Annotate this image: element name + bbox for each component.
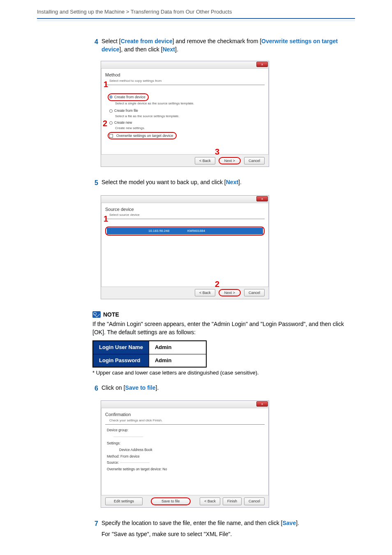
radio-create-new[interactable] (109, 121, 113, 125)
dialog-heading: Method (105, 72, 265, 78)
dialog-titlebar: x (101, 61, 269, 69)
confirmation-line: Source: ──────────── (105, 460, 265, 466)
confirmation-dialog: x Confirmation Check your settings and c… (101, 400, 269, 508)
checkbox-overwrite[interactable] (109, 134, 113, 138)
confirmation-line: Device Address Book (105, 447, 265, 453)
win-close-icon[interactable]: x (256, 401, 268, 407)
divider (37, 18, 355, 19)
annotation-1: 1 (104, 215, 108, 223)
win-close-icon[interactable]: x (256, 62, 268, 67)
confirmation-line: Device group: (105, 427, 265, 434)
dialog-titlebar: x (101, 196, 269, 203)
login-defaults-table: Login User Name Admin Login Password Adm… (92, 340, 207, 367)
step-number: 6 (92, 384, 98, 393)
device-table: 10.183.50.248 KM5601884 (107, 228, 263, 234)
save-to-file-button[interactable]: Save to file (151, 497, 191, 505)
table-cell: Admin (149, 341, 206, 354)
back-button[interactable]: < Back (195, 289, 215, 297)
annotation-2: 2 (103, 119, 107, 127)
note-icon (92, 311, 101, 318)
finish-button[interactable]: Finish (223, 497, 242, 505)
back-button[interactable]: < Back (195, 157, 215, 165)
annotation-ring: Overwrite settings on target device (108, 132, 177, 140)
next-button[interactable]: Next > (219, 157, 241, 165)
radio-label: Create from device (114, 95, 145, 100)
confirmation-line: Settings: (105, 440, 265, 447)
step-number: 4 (92, 37, 98, 53)
annotation-ring: 10.183.50.248 KM5601884 (105, 227, 265, 235)
table-header: Login User Name (93, 341, 149, 354)
annotation-2: 2 (215, 280, 219, 288)
step-number: 5 (92, 178, 98, 187)
annotation-3: 3 (215, 148, 219, 156)
note-label: NOTE (103, 311, 119, 319)
source-device-dialog: x Source device Select source device 1 1… (101, 195, 269, 299)
dialog-subheading: Check your settings and click Finish. (105, 418, 265, 423)
radio-create-from-file[interactable] (109, 109, 113, 113)
method-dialog: x Method Select method to copy settings … (101, 61, 269, 167)
dialog-heading: Confirmation (105, 412, 265, 418)
dialog-subheading: Select source device (105, 213, 265, 217)
annotation-1: 1 (104, 80, 108, 88)
device-row-selected[interactable]: 10.183.50.248 KM5601884 (107, 228, 263, 234)
confirmation-line: ──────────── (105, 434, 265, 440)
cancel-button[interactable]: Cancel (244, 157, 265, 165)
divider (37, 21, 355, 21)
win-close-icon[interactable]: x (256, 196, 268, 201)
radio-create-from-device[interactable] (109, 95, 113, 99)
next-button[interactable]: Next > (219, 289, 241, 297)
radio-description: Select a single device as the source set… (105, 101, 265, 106)
cancel-button[interactable]: Cancel (244, 289, 265, 297)
dialog-titlebar: x (101, 401, 269, 408)
table-cell: Admin (149, 354, 206, 367)
cancel-button[interactable]: Cancel (244, 497, 265, 505)
confirmation-line: Overwrite settings on target device: No (105, 466, 265, 473)
step-text: Select [Create from device] and remove t… (101, 37, 355, 53)
breadcrumb: Installing and Setting up the Machine > … (37, 8, 355, 18)
back-button[interactable]: < Back (200, 497, 220, 505)
radio-description: Create new settings. (105, 126, 265, 130)
step-number: 7 (92, 519, 98, 528)
note-text: If the "Admin Login" screen appears, ent… (92, 320, 355, 336)
table-header: Login Password (93, 354, 149, 367)
radio-description: Select a file as the source settings tem… (105, 114, 265, 118)
checkbox-label: Overwrite settings on target device (115, 133, 173, 139)
step-text: Click on [Save to file]. (101, 384, 159, 393)
step-subtext: For "Save as type", make sure to select … (101, 530, 355, 539)
step-text: Select the model you want to back up, an… (101, 178, 242, 187)
dialog-heading: Source device (105, 206, 265, 213)
annotation-ring: Create from device (108, 93, 149, 101)
radio-label: Create new (114, 120, 132, 125)
dialog-subheading: Select method to copy settings from (105, 79, 265, 83)
edit-settings-button[interactable]: Edit settings (105, 497, 143, 505)
step-text: Specify the location to save the file, e… (101, 519, 299, 528)
footnote: * Upper case and lower case letters are … (92, 369, 355, 377)
radio-label: Create from file (114, 109, 138, 113)
confirmation-line: Method: From device (105, 453, 265, 460)
